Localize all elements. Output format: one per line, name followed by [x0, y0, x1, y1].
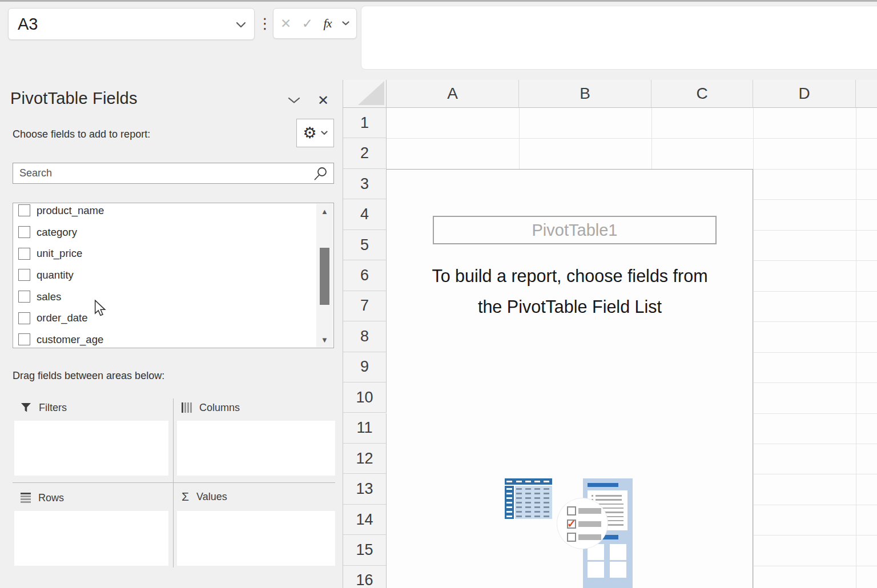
cancel-icon[interactable]: ✕ — [280, 16, 291, 31]
table-art-dash — [544, 515, 549, 517]
row-header[interactable]: 15 — [343, 535, 387, 565]
table-art-dash — [516, 511, 522, 513]
column-header[interactable] — [856, 80, 877, 108]
field-checkbox[interactable] — [18, 269, 30, 281]
chevron-down-icon[interactable] — [342, 21, 349, 26]
row-header[interactable]: 7 — [343, 291, 387, 321]
doc-art-line — [596, 495, 622, 497]
filters-area-header: Filters — [21, 400, 67, 415]
table-art-dash — [525, 506, 531, 508]
cell-reference: A3 — [18, 15, 38, 34]
column-header[interactable]: A — [387, 80, 519, 108]
search-input[interactable]: Search — [13, 163, 334, 184]
pivot-title: PivotTable1 — [532, 221, 618, 240]
scroll-down-icon[interactable]: ▼ — [316, 336, 333, 344]
row-header[interactable]: 4 — [343, 199, 387, 229]
fieldlist-art-document — [588, 490, 627, 530]
table-art-dash — [506, 488, 512, 490]
field-list[interactable]: product_namecategoryunit_pricequantitysa… — [13, 203, 334, 348]
table-art-first-column — [505, 486, 514, 519]
check-icon: ✓ — [567, 517, 576, 530]
gridline — [856, 108, 856, 588]
scrollbar-thumb[interactable] — [320, 248, 329, 305]
pivot-help-message: To build a report, choose fields from th… — [387, 261, 753, 322]
values-dropzone[interactable] — [177, 511, 335, 566]
values-area-header: Σ Values — [182, 489, 227, 504]
table-art-dash — [534, 506, 540, 508]
field-checkbox[interactable] — [18, 248, 30, 260]
name-box[interactable]: A3 — [8, 8, 255, 40]
table-art-dash — [544, 502, 549, 504]
column-header[interactable]: C — [651, 80, 753, 108]
table-art-dash — [506, 497, 512, 499]
table-art-dash — [525, 515, 531, 517]
fieldlist-art — [583, 478, 633, 588]
field-label: quantity — [37, 269, 74, 281]
rows-label: Rows — [38, 492, 64, 504]
grid-body[interactable]: PivotTable1 To build a report, choose fi… — [387, 108, 877, 588]
table-art-header — [505, 478, 552, 485]
doc-art-line — [592, 512, 623, 513]
kebab-menu-icon[interactable]: ⋮ — [258, 13, 272, 34]
field-list-options-button[interactable]: ⚙ — [296, 119, 334, 147]
table-art-dash — [534, 497, 540, 499]
field-row[interactable]: customer_age — [13, 329, 333, 348]
field-checkbox[interactable] — [18, 291, 30, 303]
field-row[interactable]: category — [13, 221, 333, 243]
scrollbar[interactable]: ▲ ▼ — [316, 204, 333, 347]
collapse-chevron-icon[interactable] — [288, 97, 300, 104]
scroll-up-icon[interactable]: ▲ — [316, 207, 333, 216]
close-icon[interactable]: ✕ — [317, 92, 329, 108]
checklist-art-checkbox — [567, 533, 576, 542]
row-header[interactable]: 2 — [343, 138, 387, 168]
formula-bar-input[interactable] — [361, 6, 877, 70]
field-row[interactable]: order_date — [13, 307, 333, 329]
rows-dropzone[interactable] — [14, 511, 168, 566]
field-checkbox[interactable] — [18, 333, 30, 345]
row-header[interactable]: 8 — [343, 321, 387, 352]
table-art-dash — [534, 502, 540, 504]
checklist-art-circle: ✓ — [557, 498, 608, 549]
field-checkbox[interactable] — [18, 312, 30, 324]
fieldlist-art-square — [588, 562, 604, 578]
mouse-cursor — [92, 300, 107, 317]
gridline — [753, 108, 754, 588]
row-header[interactable]: 12 — [343, 444, 387, 474]
chevron-down-icon[interactable] — [236, 22, 246, 28]
column-header[interactable]: D — [753, 80, 856, 108]
fieldlist-art-square — [610, 544, 626, 560]
filters-dropzone[interactable] — [14, 421, 168, 476]
table-art-dash — [544, 488, 549, 490]
row-header[interactable]: 13 — [343, 474, 387, 504]
field-row[interactable]: quantity — [13, 264, 333, 286]
row-header[interactable]: 5 — [343, 230, 387, 260]
row-header[interactable]: 3 — [343, 169, 387, 199]
table-art-dash — [525, 511, 531, 513]
table-art-dash — [525, 502, 531, 504]
field-checkbox[interactable] — [18, 204, 30, 216]
table-art-dash — [544, 493, 549, 494]
table-art-dash — [516, 493, 522, 494]
select-all-corner[interactable] — [343, 80, 387, 108]
columns-dropzone[interactable] — [177, 421, 335, 476]
row-header[interactable]: 6 — [343, 260, 387, 291]
row-header[interactable]: 9 — [343, 352, 387, 382]
fieldlist-art-titlebar — [588, 483, 618, 487]
row-header[interactable]: 14 — [343, 505, 387, 535]
row-header[interactable]: 1 — [343, 108, 387, 138]
insert-function-icon[interactable]: fx — [324, 16, 332, 31]
row-header[interactable]: 10 — [343, 382, 387, 413]
pivot-title-box[interactable]: PivotTable1 — [433, 216, 717, 244]
field-row[interactable]: product_name — [13, 203, 333, 221]
row-header[interactable]: 16 — [343, 566, 387, 588]
field-row[interactable]: unit_price — [13, 243, 333, 264]
row-header[interactable]: 11 — [343, 413, 387, 444]
enter-icon[interactable]: ✓ — [302, 16, 313, 31]
column-header[interactable]: B — [519, 80, 651, 108]
gridline — [387, 138, 877, 139]
window-top-edge — [0, 0, 877, 2]
pane-title: PivotTable Fields — [10, 89, 138, 108]
field-row[interactable]: sales — [13, 286, 333, 308]
table-art-dash — [534, 515, 540, 517]
field-checkbox[interactable] — [18, 226, 30, 238]
